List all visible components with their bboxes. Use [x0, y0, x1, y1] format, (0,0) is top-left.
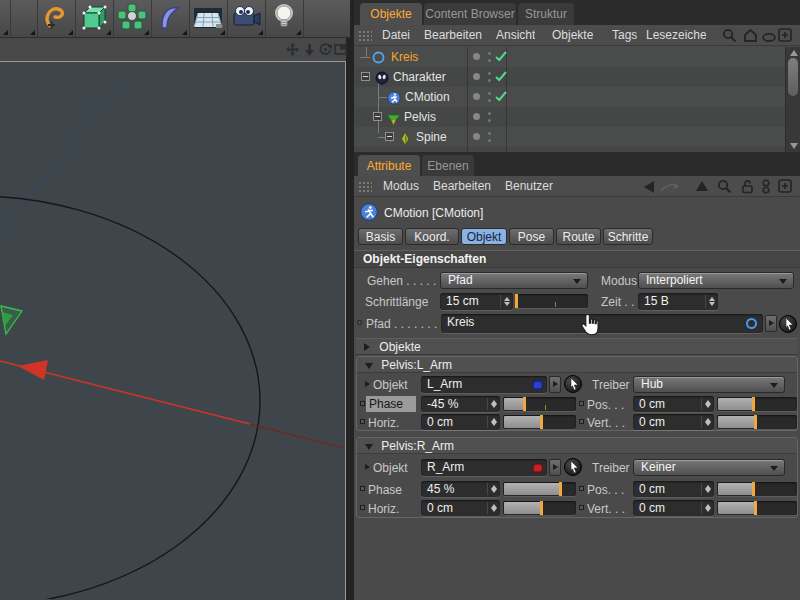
- add-panel-icon[interactable]: [778, 28, 792, 45]
- keyframe-circle[interactable]: [357, 320, 362, 325]
- tab-koord[interactable]: Koord.: [405, 228, 459, 245]
- scroll-thumb[interactable]: [788, 58, 798, 96]
- bend-deformer-icon[interactable]: [152, 0, 190, 37]
- tree-row-cmotion[interactable]: CMotion: [354, 87, 785, 107]
- viewport-canvas[interactable]: [0, 61, 346, 600]
- visibility-dot[interactable]: [488, 72, 491, 75]
- tab-route[interactable]: Route: [556, 228, 601, 245]
- zeit-field[interactable]: 15 B: [638, 293, 718, 310]
- enabled-check-icon[interactable]: [495, 51, 507, 65]
- phase-slider[interactable]: [503, 397, 576, 411]
- layer-dot[interactable]: [473, 73, 480, 80]
- spin-arrows-icon[interactable]: [701, 502, 712, 514]
- l-arm-link-field[interactable]: L_Arm: [421, 376, 547, 393]
- treiber-dropdown[interactable]: Hub: [633, 376, 785, 393]
- tree-row-charakter[interactable]: Charakter: [354, 67, 785, 87]
- home-icon[interactable]: [743, 28, 758, 46]
- menu-lesezeichen[interactable]: Lesezeichen: [646, 25, 706, 46]
- horiz-field[interactable]: 0 cm: [421, 500, 500, 516]
- toggle-view-icon[interactable]: [334, 43, 347, 59]
- pick-object-button[interactable]: [564, 375, 582, 393]
- collapse-expander[interactable]: [373, 112, 382, 121]
- history-forward-icon[interactable]: [660, 181, 680, 196]
- keyframe-box[interactable]: [360, 401, 365, 406]
- pos-field[interactable]: 0 cm: [633, 481, 714, 497]
- grip-handle-icon[interactable]: [358, 30, 372, 41]
- keyframe-box[interactable]: [579, 401, 584, 406]
- menu-datei[interactable]: Datei: [382, 25, 410, 46]
- keyframe-box[interactable]: [360, 419, 365, 424]
- tab-basis[interactable]: Basis: [358, 228, 403, 245]
- visibility-dot[interactable]: [488, 119, 491, 122]
- menu-objekte[interactable]: Objekte: [552, 25, 593, 46]
- horiz-field[interactable]: 0 cm: [421, 414, 500, 430]
- move-view-icon[interactable]: [286, 43, 299, 59]
- visibility-dot[interactable]: [488, 52, 491, 55]
- pfad-link-field[interactable]: Kreis: [441, 314, 763, 333]
- link-menu-button[interactable]: [765, 315, 777, 332]
- tree-row-pelvis[interactable]: Pelvis: [354, 107, 785, 127]
- layer-dot[interactable]: [473, 93, 480, 100]
- layer-dot[interactable]: [473, 53, 480, 60]
- horiz-slider[interactable]: [503, 415, 576, 429]
- visibility-dot[interactable]: [488, 132, 491, 135]
- camera-icon[interactable]: [228, 0, 266, 37]
- spin-arrows-icon[interactable]: [487, 483, 498, 495]
- menu-modus[interactable]: Modus: [383, 176, 419, 197]
- group-header-l-arm[interactable]: Pelvis:L_Arm: [357, 357, 797, 373]
- pick-object-button[interactable]: [779, 315, 797, 333]
- menu-bearbeiten[interactable]: Bearbeiten: [424, 25, 482, 46]
- dolly-view-icon[interactable]: [303, 43, 316, 59]
- group-objekte[interactable]: Objekte: [356, 338, 798, 355]
- collapse-expander[interactable]: [361, 72, 370, 81]
- schrittlaenge-field[interactable]: 15 cm: [440, 293, 513, 310]
- array-generator-icon[interactable]: [114, 0, 152, 37]
- search-icon[interactable]: [717, 179, 732, 197]
- vert-field[interactable]: 0 cm: [633, 414, 714, 430]
- link-menu-button[interactable]: [549, 459, 561, 476]
- tree-row-spine[interactable]: Spine: [354, 127, 785, 147]
- visibility-dot[interactable]: [488, 139, 491, 142]
- keyframe-box[interactable]: [579, 419, 584, 424]
- search-icon[interactable]: [722, 28, 737, 46]
- tab-attribute[interactable]: Attribute: [358, 155, 420, 177]
- history-back-icon[interactable]: [644, 181, 654, 193]
- modus-dropdown[interactable]: Interpoliert: [638, 272, 794, 289]
- vert-slider[interactable]: [717, 501, 797, 515]
- cube-primitive-icon[interactable]: [76, 0, 114, 37]
- pick-object-button[interactable]: [564, 458, 582, 476]
- horiz-slider[interactable]: [503, 501, 576, 515]
- menu-benutzer[interactable]: Benutzer: [505, 176, 553, 197]
- vert-field[interactable]: 0 cm: [633, 500, 714, 516]
- keyframe-box[interactable]: [360, 486, 365, 491]
- visibility-dot[interactable]: [488, 92, 491, 95]
- tab-content-browser[interactable]: Content Browser: [424, 3, 516, 25]
- toolbar-partial-button[interactable]: [0, 0, 11, 37]
- spin-arrows-icon[interactable]: [701, 416, 712, 428]
- spin-arrows-icon[interactable]: [701, 398, 712, 410]
- tab-schritte[interactable]: Schritte: [603, 228, 653, 245]
- collapse-expander[interactable]: [385, 132, 394, 141]
- spline-pen-icon[interactable]: [38, 0, 76, 37]
- vert-slider[interactable]: [717, 415, 797, 429]
- eye-icon[interactable]: [762, 31, 776, 45]
- visibility-dot[interactable]: [488, 112, 491, 115]
- scroll-down-icon[interactable]: [790, 143, 798, 149]
- phase-field[interactable]: -45 %: [421, 396, 500, 412]
- floor-environment-icon[interactable]: [190, 0, 228, 37]
- schrittlaenge-slider[interactable]: [515, 294, 588, 308]
- go-up-icon[interactable]: [696, 181, 708, 191]
- scroll-up-icon[interactable]: [790, 50, 798, 56]
- group-header-r-arm[interactable]: Pelvis:R_Arm: [357, 438, 797, 454]
- light-icon[interactable]: [266, 0, 304, 37]
- layer-dot[interactable]: [473, 113, 480, 120]
- tab-struktur[interactable]: Struktur: [518, 3, 574, 25]
- treiber-dropdown[interactable]: Keiner: [633, 459, 785, 476]
- chevron-right-icon[interactable]: [365, 464, 370, 470]
- tab-pose[interactable]: Pose: [509, 228, 554, 245]
- grip-handle-icon[interactable]: [358, 181, 372, 192]
- pos-slider[interactable]: [717, 397, 797, 411]
- enabled-check-icon[interactable]: [495, 91, 507, 105]
- pos-slider[interactable]: [717, 482, 797, 496]
- tree-row-kreis[interactable]: Kreis: [354, 47, 785, 67]
